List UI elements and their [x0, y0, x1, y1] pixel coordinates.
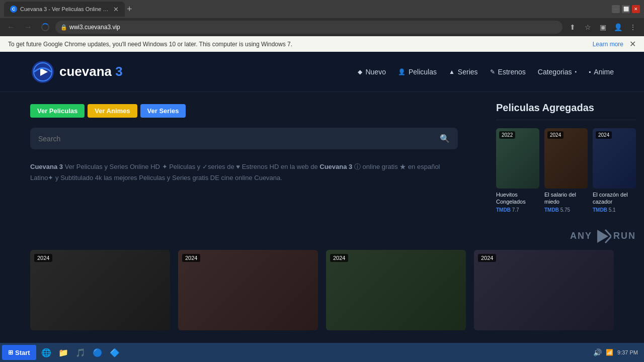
sidebar-divider [496, 120, 636, 120]
tmdb-label-2: TMDB [544, 207, 559, 213]
taskbar-time: 9:37 PM [617, 349, 638, 355]
sidebar-title: Peliculas Agregadas [496, 102, 636, 114]
bottom-year-3: 2024 [330, 254, 348, 262]
movie-year-badge-3: 2024 [596, 131, 612, 139]
start-button[interactable]: ⊞ Start [2, 345, 36, 360]
nav-peliculas[interactable]: 👤 Peliculas [398, 68, 437, 76]
title-bar: C Cuevana 3 - Ver Peliculas Online Cu...… [0, 0, 644, 18]
movie-title-3: El corazón del cazador [593, 191, 636, 206]
taskbar-chrome-icon[interactable]: 🔵 [90, 345, 106, 360]
site-logo[interactable]: cuevana 3 [30, 59, 123, 84]
movie-year-badge-1: 2022 [499, 131, 515, 139]
volume-icon[interactable]: 🔊 [593, 348, 602, 356]
tmdb-label-1: TMDB [496, 207, 511, 213]
share-icon[interactable]: ⬆ [566, 20, 580, 34]
movie-title-1: Huevitos Congelados [496, 191, 539, 206]
window-controls: — ⬜ ✕ [612, 5, 640, 13]
ver-series-tab[interactable]: Ver Series [140, 104, 186, 118]
extensions-icon[interactable]: ▣ [596, 20, 610, 34]
bottom-year-4: 2024 [478, 254, 496, 262]
bottom-year-1: 2024 [34, 254, 52, 262]
movie-tmdb-2: TMDB 5.75 [544, 207, 588, 213]
bottom-movie-strip: 2024 2024 2024 2024 [0, 250, 644, 330]
left-content: Ver Peliculas Ver Animes Ver Series 🔍 Cu… [0, 92, 488, 245]
nav-anime[interactable]: ▪ Anime [589, 68, 614, 76]
anime-icon: ▪ [589, 68, 591, 75]
peliculas-icon: 👤 [398, 68, 406, 75]
tmdb-label-3: TMDB [593, 207, 607, 213]
menu-icon[interactable]: ⋮ [626, 20, 640, 34]
movie-poster-1: 2022 [496, 128, 539, 189]
movie-card-2[interactable]: 2024 El salario del miedo TMDB 5.75 [544, 128, 588, 213]
address-input[interactable] [55, 21, 562, 34]
bottom-poster-2: 2024 [178, 250, 318, 330]
movie-tmdb-1: TMDB 7.7 [496, 207, 539, 213]
taskbar: ⊞ Start 🌐 📁 🎵 🔵 🔷 🔊 📶 9:37 PM [0, 343, 644, 362]
movie-title-2: El salario del miedo [544, 191, 588, 206]
new-tab-button[interactable]: + [127, 4, 132, 15]
tab-favicon: C [10, 6, 17, 13]
website-content: cuevana 3 ◆ Nuevo 👤 Peliculas ▲ Series ✎… [0, 52, 644, 343]
taskbar-quick-launch: 🌐 📁 🎵 🔵 🔷 [38, 345, 123, 360]
bottom-poster-3: 2024 [326, 250, 466, 330]
network-icon[interactable]: 📶 [606, 349, 613, 356]
site-navigation: cuevana 3 ◆ Nuevo 👤 Peliculas ▲ Series ✎… [0, 52, 644, 92]
search-button[interactable]: 🔍 [440, 134, 450, 143]
movie-poster-3: 2024 [593, 128, 636, 189]
chrome-notification-bar: To get future Google Chrome updates, you… [0, 36, 644, 52]
nav-estrenos[interactable]: ✎ Estrenos [490, 68, 526, 76]
ver-animes-tab[interactable]: Ver Animes [88, 104, 137, 118]
close-button[interactable]: ✕ [632, 5, 640, 13]
bottom-movie-card-1[interactable]: 2024 [30, 250, 170, 330]
taskbar-folder-icon[interactable]: 📁 [55, 345, 71, 360]
taskbar-system-tray: 🔊 📶 9:37 PM [593, 348, 642, 356]
back-button[interactable]: ← [4, 20, 18, 34]
movie-card-1[interactable]: 2022 Huevitos Congelados TMDB 7.7 [496, 128, 539, 213]
brand-cuevana3: Cuevana 3 [30, 163, 63, 170]
minimize-button[interactable]: — [612, 5, 620, 13]
reload-button[interactable] [38, 20, 52, 34]
bottom-movie-card-2[interactable]: 2024 [178, 250, 318, 330]
lock-icon: 🔒 [60, 24, 67, 31]
movie-tmdb-3: TMDB 5.1 [593, 207, 636, 213]
anyrun-text: ANY [570, 231, 592, 241]
nav-series[interactable]: ▲ Series [449, 68, 478, 76]
estrenos-icon: ✎ [490, 68, 495, 75]
logo-text: cuevana 3 [59, 64, 123, 79]
windows-icon: ⊞ [8, 349, 13, 356]
movie-poster-2: 2024 [544, 128, 588, 189]
bottom-movie-card-3[interactable]: 2024 [326, 250, 466, 330]
bookmark-icon[interactable]: ☆ [581, 20, 595, 34]
tmdb-score-3: 5.1 [609, 207, 616, 213]
nav-categorias[interactable]: Categorias ▪ [538, 68, 577, 76]
bottom-poster-1: 2024 [30, 250, 170, 330]
learn-more-link[interactable]: Learn more [593, 41, 623, 48]
browser-tab[interactable]: C Cuevana 3 - Ver Peliculas Online Cu...… [4, 2, 125, 17]
address-bar-row: ← → 🔒 ⬆ ☆ ▣ 👤 ⋮ [0, 18, 644, 36]
series-icon: ▲ [449, 68, 455, 75]
categorias-chevron: ▪ [575, 69, 577, 74]
notification-close-button[interactable]: ✕ [629, 39, 636, 49]
movie-year-badge-2: 2024 [547, 131, 564, 139]
nav-links: ◆ Nuevo 👤 Peliculas ▲ Series ✎ Estrenos … [358, 68, 614, 76]
nav-nuevo[interactable]: ◆ Nuevo [358, 68, 385, 76]
taskbar-media-icon[interactable]: 🎵 [72, 345, 89, 360]
taskbar-ie-icon[interactable]: 🌐 [38, 345, 54, 360]
search-input[interactable] [38, 135, 434, 143]
site-description: Cuevana 3 Ver Peliculas y Series Online … [30, 161, 443, 184]
bottom-poster-4: 2024 [474, 250, 614, 330]
movie-card-3[interactable]: 2024 El corazón del cazador TMDB 5.1 [593, 128, 636, 213]
maximize-button[interactable]: ⬜ [622, 5, 630, 13]
toolbar-icons: ⬆ ☆ ▣ 👤 ⋮ [566, 20, 640, 34]
forward-button[interactable]: → [21, 20, 35, 34]
taskbar-edge-icon[interactable]: 🔷 [107, 345, 123, 360]
nuevo-icon: ◆ [358, 68, 362, 75]
tab-close-button[interactable]: ✕ [113, 6, 119, 13]
logo-icon [30, 59, 55, 84]
anyrun-text-2: RUN [613, 231, 636, 241]
profile-icon[interactable]: 👤 [611, 20, 625, 34]
bottom-movie-card-4[interactable]: 2024 [474, 250, 614, 330]
tmdb-score-1: 7.7 [512, 207, 519, 213]
bottom-year-2: 2024 [182, 254, 200, 262]
ver-peliculas-tab[interactable]: Ver Peliculas [30, 104, 85, 118]
